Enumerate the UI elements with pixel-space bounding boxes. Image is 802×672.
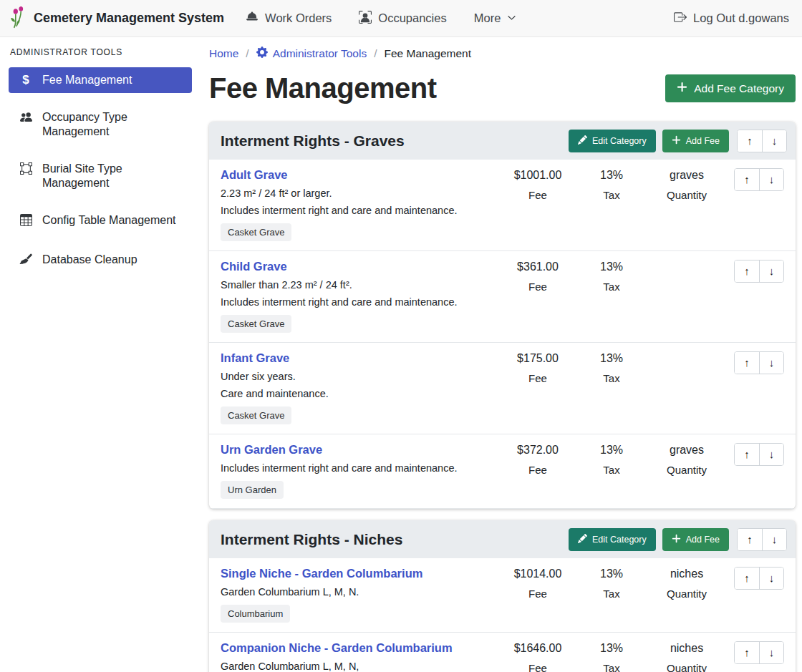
fee-quantity-column	[648, 350, 725, 359]
breadcrumb-separator: /	[374, 47, 377, 60]
fee-quantity-label: Quantity	[648, 464, 725, 476]
fee-quantity-column: graves Quantity	[648, 442, 725, 476]
sidebar-item-config-table-management[interactable]: Config Table Management	[9, 208, 192, 235]
fee-amount-label: Fee	[501, 189, 575, 201]
fee-description: Smaller than 2.23 m² / 24 ft².	[221, 279, 496, 291]
add-fee-button[interactable]: Add Fee	[662, 528, 729, 551]
fee-quantity: niches	[648, 568, 725, 580]
fee-quantity-column: graves Quantity	[648, 167, 725, 201]
fee-tax: 13%	[575, 260, 648, 273]
plus-icon	[672, 534, 681, 545]
fee-tax-label: Tax	[575, 588, 648, 600]
category-title: Interment Rights - Graves	[221, 132, 569, 150]
fee-tax: 13%	[575, 444, 648, 457]
fee-row: Infant Grave Under six years. Care and m…	[209, 343, 796, 434]
nav-work-orders[interactable]: Work Orders	[246, 11, 332, 26]
fee-name-link[interactable]: Adult Grave	[221, 168, 288, 182]
fee-quantity: graves	[648, 444, 725, 457]
move-fee-up-button[interactable]: ↑	[735, 642, 759, 663]
nav-more[interactable]: More	[474, 11, 517, 25]
edit-category-button[interactable]: Edit Category	[569, 130, 656, 152]
pencil-icon	[578, 534, 587, 545]
app-brand[interactable]: Cemetery Management System	[9, 6, 224, 31]
fee-name-link[interactable]: Child Grave	[221, 260, 287, 273]
move-category-up-button[interactable]: ↑	[738, 529, 762, 550]
fee-tax: 13%	[575, 352, 648, 365]
sidebar-item-label: Config Table Management	[42, 213, 176, 228]
fee-amount-column: $1646.00 Fee	[501, 640, 575, 672]
move-fee-up-button[interactable]: ↑	[735, 169, 759, 190]
breadcrumb-current: Fee Management	[385, 47, 472, 60]
move-fee-up-button[interactable]: ↑	[735, 260, 759, 282]
fee-reorder-controls: ↑ ↓	[734, 351, 784, 374]
fee-amount-column: $1014.00 Fee	[501, 565, 575, 600]
bounding-box-icon	[19, 162, 33, 178]
app-title: Cemetery Management System	[34, 11, 224, 26]
fee-quantity: niches	[648, 642, 725, 655]
breadcrumb-admin-tools-link[interactable]: Administrator Tools	[256, 47, 367, 61]
fee-tax: 13%	[575, 642, 648, 655]
sidebar-heading: ADMINISTRATOR TOOLS	[10, 47, 190, 57]
main-content: Home / Administrator Tools / Fee Managem…	[200, 37, 802, 672]
fee-name-link[interactable]: Companion Niche - Garden Columbarium	[221, 641, 453, 655]
fee-tax-column: 13% Tax	[575, 442, 648, 476]
nav-occupancies-label: Occupancies	[378, 11, 446, 25]
fee-amount: $372.00	[501, 444, 575, 457]
sidebar-item-fee-management[interactable]: $ Fee Management	[9, 67, 192, 93]
move-fee-up-button[interactable]: ↑	[735, 568, 759, 589]
edit-category-button[interactable]: Edit Category	[569, 528, 656, 551]
nav-occupancies[interactable]: Occupancies	[359, 11, 446, 26]
fee-reorder-controls: ↑ ↓	[734, 641, 784, 664]
fee-description: Garden Columbarium L, M, N,	[221, 661, 496, 672]
fee-quantity-column: niches Quantity	[648, 565, 725, 600]
move-fee-down-button[interactable]: ↓	[759, 444, 783, 465]
fee-row: Single Niche - Garden Columbarium Garden…	[209, 558, 796, 633]
plus-icon	[677, 82, 687, 95]
fee-tax-label: Tax	[575, 281, 648, 293]
move-category-down-button[interactable]: ↓	[762, 529, 786, 550]
chevron-down-icon	[507, 11, 516, 25]
fee-tax: 13%	[575, 169, 648, 182]
sidebar-item-occupancy-type-management[interactable]: Occupancy Type Management	[9, 104, 192, 145]
breadcrumb-home-link[interactable]: Home	[209, 47, 238, 60]
fee-name-link[interactable]: Infant Grave	[221, 351, 289, 365]
add-fee-button[interactable]: Add Fee	[662, 130, 729, 152]
fee-row: Urn Garden Grave Includes interment righ…	[209, 434, 796, 509]
move-category-up-button[interactable]: ↑	[738, 130, 762, 152]
fee-description: Includes interment right and care and ma…	[221, 205, 496, 216]
fee-type-badge: Casket Grave	[221, 223, 291, 241]
add-fee-category-label: Add Fee Category	[694, 82, 784, 95]
fee-type-badge: Casket Grave	[221, 406, 291, 424]
fee-tax-column: 13% Tax	[575, 258, 648, 293]
fee-description: Care and maintenance.	[221, 388, 496, 399]
fee-name-link[interactable]: Single Niche - Garden Columbarium	[221, 567, 422, 580]
fee-reorder-controls: ↑ ↓	[734, 567, 784, 590]
tulip-logo-icon	[9, 6, 27, 31]
sidebar-item-label: Occupancy Type Management	[42, 110, 185, 139]
top-navbar: Cemetery Management System Work Orders O…	[0, 0, 802, 37]
move-fee-down-button[interactable]: ↓	[759, 568, 783, 589]
move-fee-down-button[interactable]: ↓	[759, 642, 783, 663]
fee-tax: 13%	[575, 568, 648, 580]
move-fee-down-button[interactable]: ↓	[759, 169, 783, 190]
pencil-icon	[578, 135, 587, 147]
breadcrumb-home-label: Home	[209, 47, 238, 60]
add-fee-category-button[interactable]: Add Fee Category	[665, 74, 796, 102]
nav-logout[interactable]: Log Out d.gowans	[674, 11, 789, 26]
edit-category-label: Edit Category	[592, 136, 647, 146]
sidebar-item-burial-site-type-management[interactable]: Burial Site Type Management	[9, 156, 192, 196]
move-category-down-button[interactable]: ↓	[762, 130, 786, 152]
fee-type-badge: Casket Grave	[221, 315, 291, 333]
sidebar-item-database-cleanup[interactable]: Database Cleanup	[9, 247, 192, 275]
move-fee-down-button[interactable]: ↓	[759, 352, 783, 374]
fee-amount: $1646.00	[501, 642, 575, 655]
fee-name-link[interactable]: Urn Garden Grave	[221, 443, 322, 457]
fee-tax-label: Tax	[575, 372, 648, 384]
move-fee-up-button[interactable]: ↑	[735, 444, 759, 465]
nav-work-orders-label: Work Orders	[265, 11, 332, 25]
move-fee-down-button[interactable]: ↓	[759, 260, 783, 282]
move-fee-up-button[interactable]: ↑	[735, 352, 759, 374]
breadcrumb-separator: /	[246, 47, 248, 60]
gear-icon	[256, 47, 268, 61]
fee-amount-column: $372.00 Fee	[501, 442, 575, 476]
